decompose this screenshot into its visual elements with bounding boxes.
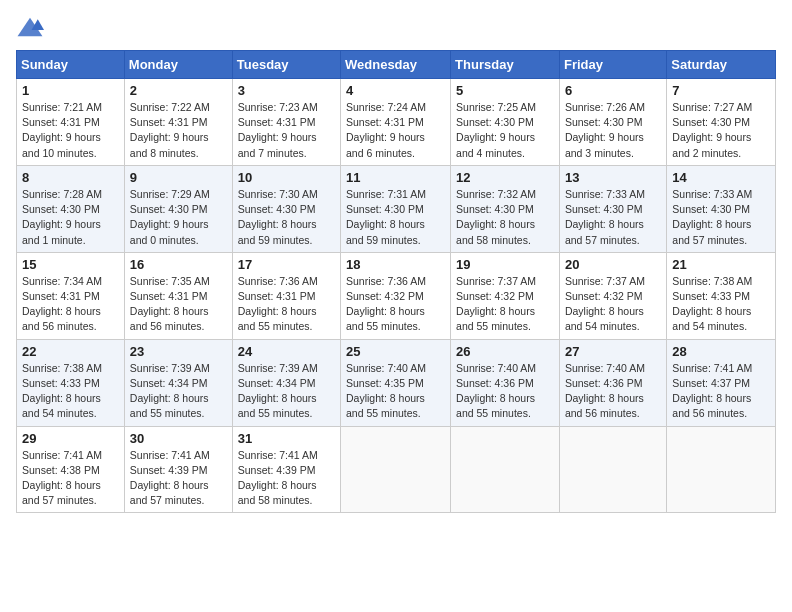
day-number: 10 [238, 170, 335, 185]
calendar-day-cell: 16 Sunrise: 7:35 AMSunset: 4:31 PMDaylig… [124, 252, 232, 339]
calendar-day-cell: 24 Sunrise: 7:39 AMSunset: 4:34 PMDaylig… [232, 339, 340, 426]
weekday-header: Friday [559, 51, 666, 79]
day-info: Sunrise: 7:29 AMSunset: 4:30 PMDaylight:… [130, 187, 227, 248]
day-info: Sunrise: 7:34 AMSunset: 4:31 PMDaylight:… [22, 274, 119, 335]
day-info: Sunrise: 7:23 AMSunset: 4:31 PMDaylight:… [238, 100, 335, 161]
calendar-day-cell [559, 426, 666, 513]
day-number: 4 [346, 83, 445, 98]
calendar-day-cell: 14 Sunrise: 7:33 AMSunset: 4:30 PMDaylig… [667, 165, 776, 252]
day-info: Sunrise: 7:36 AMSunset: 4:31 PMDaylight:… [238, 274, 335, 335]
calendar-week-row: 1 Sunrise: 7:21 AMSunset: 4:31 PMDayligh… [17, 79, 776, 166]
calendar-day-cell: 18 Sunrise: 7:36 AMSunset: 4:32 PMDaylig… [341, 252, 451, 339]
calendar-table: SundayMondayTuesdayWednesdayThursdayFrid… [16, 50, 776, 513]
day-number: 26 [456, 344, 554, 359]
calendar-day-cell: 23 Sunrise: 7:39 AMSunset: 4:34 PMDaylig… [124, 339, 232, 426]
day-info: Sunrise: 7:24 AMSunset: 4:31 PMDaylight:… [346, 100, 445, 161]
day-number: 7 [672, 83, 770, 98]
day-info: Sunrise: 7:36 AMSunset: 4:32 PMDaylight:… [346, 274, 445, 335]
logo [16, 16, 48, 38]
day-info: Sunrise: 7:21 AMSunset: 4:31 PMDaylight:… [22, 100, 119, 161]
calendar-day-cell [451, 426, 560, 513]
weekday-header: Tuesday [232, 51, 340, 79]
calendar-day-cell: 29 Sunrise: 7:41 AMSunset: 4:38 PMDaylig… [17, 426, 125, 513]
calendar-day-cell: 4 Sunrise: 7:24 AMSunset: 4:31 PMDayligh… [341, 79, 451, 166]
day-number: 11 [346, 170, 445, 185]
day-info: Sunrise: 7:37 AMSunset: 4:32 PMDaylight:… [456, 274, 554, 335]
day-info: Sunrise: 7:26 AMSunset: 4:30 PMDaylight:… [565, 100, 661, 161]
day-info: Sunrise: 7:41 AMSunset: 4:38 PMDaylight:… [22, 448, 119, 509]
calendar-week-row: 29 Sunrise: 7:41 AMSunset: 4:38 PMDaylig… [17, 426, 776, 513]
calendar-day-cell: 20 Sunrise: 7:37 AMSunset: 4:32 PMDaylig… [559, 252, 666, 339]
calendar-day-cell [667, 426, 776, 513]
day-info: Sunrise: 7:33 AMSunset: 4:30 PMDaylight:… [672, 187, 770, 248]
day-number: 1 [22, 83, 119, 98]
day-number: 28 [672, 344, 770, 359]
calendar-day-cell: 8 Sunrise: 7:28 AMSunset: 4:30 PMDayligh… [17, 165, 125, 252]
day-number: 27 [565, 344, 661, 359]
weekday-header: Wednesday [341, 51, 451, 79]
day-info: Sunrise: 7:41 AMSunset: 4:39 PMDaylight:… [130, 448, 227, 509]
day-info: Sunrise: 7:41 AMSunset: 4:39 PMDaylight:… [238, 448, 335, 509]
day-number: 29 [22, 431, 119, 446]
day-number: 8 [22, 170, 119, 185]
day-number: 6 [565, 83, 661, 98]
calendar-day-cell: 21 Sunrise: 7:38 AMSunset: 4:33 PMDaylig… [667, 252, 776, 339]
calendar-day-cell: 19 Sunrise: 7:37 AMSunset: 4:32 PMDaylig… [451, 252, 560, 339]
calendar-day-cell: 10 Sunrise: 7:30 AMSunset: 4:30 PMDaylig… [232, 165, 340, 252]
day-info: Sunrise: 7:32 AMSunset: 4:30 PMDaylight:… [456, 187, 554, 248]
calendar-day-cell: 15 Sunrise: 7:34 AMSunset: 4:31 PMDaylig… [17, 252, 125, 339]
calendar-day-cell: 13 Sunrise: 7:33 AMSunset: 4:30 PMDaylig… [559, 165, 666, 252]
day-number: 20 [565, 257, 661, 272]
calendar-day-cell: 1 Sunrise: 7:21 AMSunset: 4:31 PMDayligh… [17, 79, 125, 166]
logo-icon [16, 16, 44, 38]
calendar-week-row: 8 Sunrise: 7:28 AMSunset: 4:30 PMDayligh… [17, 165, 776, 252]
calendar-day-cell: 2 Sunrise: 7:22 AMSunset: 4:31 PMDayligh… [124, 79, 232, 166]
calendar-day-cell: 22 Sunrise: 7:38 AMSunset: 4:33 PMDaylig… [17, 339, 125, 426]
calendar-day-cell: 11 Sunrise: 7:31 AMSunset: 4:30 PMDaylig… [341, 165, 451, 252]
day-info: Sunrise: 7:39 AMSunset: 4:34 PMDaylight:… [238, 361, 335, 422]
calendar-day-cell: 7 Sunrise: 7:27 AMSunset: 4:30 PMDayligh… [667, 79, 776, 166]
day-number: 9 [130, 170, 227, 185]
calendar-day-cell: 3 Sunrise: 7:23 AMSunset: 4:31 PMDayligh… [232, 79, 340, 166]
day-info: Sunrise: 7:40 AMSunset: 4:35 PMDaylight:… [346, 361, 445, 422]
calendar-day-cell: 31 Sunrise: 7:41 AMSunset: 4:39 PMDaylig… [232, 426, 340, 513]
calendar-day-cell: 17 Sunrise: 7:36 AMSunset: 4:31 PMDaylig… [232, 252, 340, 339]
weekday-header: Saturday [667, 51, 776, 79]
day-info: Sunrise: 7:25 AMSunset: 4:30 PMDaylight:… [456, 100, 554, 161]
calendar-header-row: SundayMondayTuesdayWednesdayThursdayFrid… [17, 51, 776, 79]
day-number: 21 [672, 257, 770, 272]
day-info: Sunrise: 7:30 AMSunset: 4:30 PMDaylight:… [238, 187, 335, 248]
day-number: 12 [456, 170, 554, 185]
calendar-day-cell: 5 Sunrise: 7:25 AMSunset: 4:30 PMDayligh… [451, 79, 560, 166]
day-number: 14 [672, 170, 770, 185]
day-number: 25 [346, 344, 445, 359]
calendar-week-row: 15 Sunrise: 7:34 AMSunset: 4:31 PMDaylig… [17, 252, 776, 339]
day-number: 22 [22, 344, 119, 359]
day-info: Sunrise: 7:40 AMSunset: 4:36 PMDaylight:… [565, 361, 661, 422]
day-number: 30 [130, 431, 227, 446]
day-number: 13 [565, 170, 661, 185]
day-number: 17 [238, 257, 335, 272]
weekday-header: Sunday [17, 51, 125, 79]
calendar-day-cell: 30 Sunrise: 7:41 AMSunset: 4:39 PMDaylig… [124, 426, 232, 513]
day-number: 23 [130, 344, 227, 359]
calendar-day-cell [341, 426, 451, 513]
day-info: Sunrise: 7:35 AMSunset: 4:31 PMDaylight:… [130, 274, 227, 335]
day-info: Sunrise: 7:38 AMSunset: 4:33 PMDaylight:… [22, 361, 119, 422]
day-number: 18 [346, 257, 445, 272]
day-info: Sunrise: 7:38 AMSunset: 4:33 PMDaylight:… [672, 274, 770, 335]
day-info: Sunrise: 7:27 AMSunset: 4:30 PMDaylight:… [672, 100, 770, 161]
day-info: Sunrise: 7:33 AMSunset: 4:30 PMDaylight:… [565, 187, 661, 248]
weekday-header: Thursday [451, 51, 560, 79]
calendar-week-row: 22 Sunrise: 7:38 AMSunset: 4:33 PMDaylig… [17, 339, 776, 426]
calendar-day-cell: 12 Sunrise: 7:32 AMSunset: 4:30 PMDaylig… [451, 165, 560, 252]
day-number: 5 [456, 83, 554, 98]
day-number: 16 [130, 257, 227, 272]
day-number: 2 [130, 83, 227, 98]
day-info: Sunrise: 7:40 AMSunset: 4:36 PMDaylight:… [456, 361, 554, 422]
day-number: 24 [238, 344, 335, 359]
page-header [16, 16, 776, 38]
day-number: 15 [22, 257, 119, 272]
weekday-header: Monday [124, 51, 232, 79]
day-number: 19 [456, 257, 554, 272]
